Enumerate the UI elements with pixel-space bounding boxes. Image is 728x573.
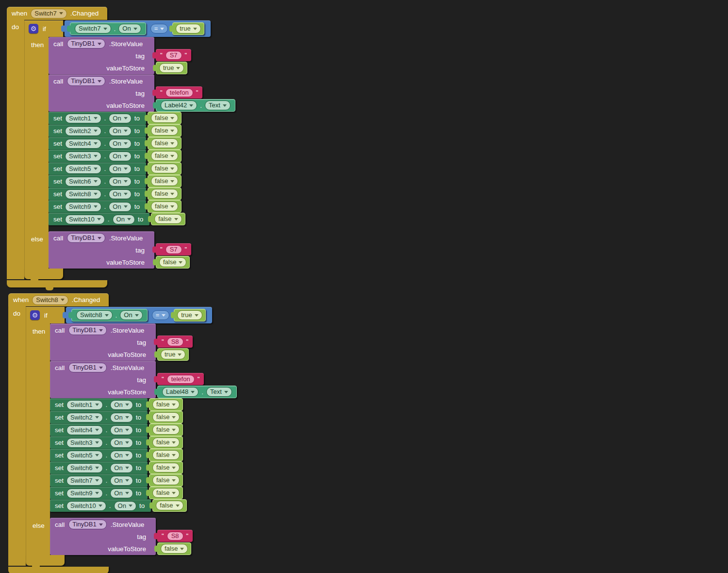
false-value-block[interactable]: false bbox=[149, 487, 183, 499]
set-block[interactable]: set Switch4 . On to bbox=[49, 137, 146, 150]
set-block[interactable]: set Switch9 . On to bbox=[49, 200, 146, 213]
string-field[interactable]: S7 bbox=[165, 245, 182, 254]
logic-dropdown[interactable]: true bbox=[161, 350, 185, 359]
string-field[interactable]: telefon bbox=[165, 88, 193, 97]
logic-dropdown[interactable]: false bbox=[152, 412, 180, 422]
false-value-block[interactable]: false bbox=[149, 449, 183, 461]
set-block[interactable]: set Switch1 . On to bbox=[50, 398, 148, 411]
false-value-block[interactable]: false bbox=[157, 542, 191, 555]
property-dropdown[interactable]: Text bbox=[206, 387, 232, 397]
db-component-dropdown[interactable]: TinyDB1 bbox=[67, 39, 105, 49]
logic-dropdown[interactable]: false bbox=[152, 475, 180, 485]
component-dropdown[interactable]: Switch5 bbox=[66, 451, 103, 460]
component-dropdown[interactable]: Switch6 bbox=[65, 177, 101, 186]
set-switch-on-row[interactable]: set Switch2 . On to false bbox=[50, 411, 183, 423]
set-switch-on-row[interactable]: set Switch9 . On to false bbox=[49, 200, 182, 213]
event-component-dropdown[interactable]: Switch8 bbox=[32, 295, 68, 305]
if-block-head[interactable]: ⚙ if bbox=[24, 20, 63, 37]
set-block[interactable]: set Switch6 . On to bbox=[50, 461, 148, 474]
set-switch-on-row[interactable]: set Switch10 . On to false bbox=[49, 213, 185, 225]
false-value-block[interactable]: false bbox=[149, 436, 183, 449]
false-value-block[interactable]: false bbox=[148, 175, 182, 187]
property-dropdown[interactable]: On bbox=[110, 451, 132, 460]
logic-dropdown[interactable]: false bbox=[154, 214, 182, 224]
logic-dropdown[interactable]: false bbox=[151, 202, 178, 211]
property-dropdown[interactable]: On bbox=[110, 400, 132, 410]
component-dropdown[interactable]: Switch6 bbox=[66, 463, 103, 473]
switch-on-getter-block[interactable]: Switch8 . On bbox=[71, 309, 148, 321]
set-block[interactable]: set Switch10 . On to bbox=[49, 213, 149, 225]
set-switch-on-row[interactable]: set Switch3 . On to false bbox=[49, 150, 182, 162]
set-switch-on-row[interactable]: set Switch6 . On to false bbox=[50, 461, 183, 474]
if-block[interactable]: ⚙ if Switch7 . On bbox=[24, 20, 211, 279]
text-string-block[interactable]: " S8 " bbox=[157, 530, 193, 542]
property-dropdown[interactable]: On bbox=[120, 310, 142, 320]
false-value-block[interactable]: false bbox=[148, 112, 182, 124]
false-value-block[interactable]: false bbox=[149, 423, 183, 436]
property-dropdown[interactable]: On bbox=[110, 425, 132, 435]
call-storevalue-block[interactable]: call TinyDB1 .StoreValue tag valueToStor… bbox=[49, 74, 154, 112]
call-storevalue-block[interactable]: call TinyDB1 .StoreValue tag valueToStor… bbox=[49, 231, 154, 269]
false-value-block[interactable]: false bbox=[148, 137, 182, 150]
component-dropdown[interactable]: Switch5 bbox=[65, 164, 101, 174]
call-storevalue-block[interactable]: call TinyDB1 .StoreValue tag valueToStor… bbox=[50, 323, 156, 361]
false-value-block[interactable]: false bbox=[148, 150, 182, 162]
logic-dropdown[interactable]: false bbox=[151, 126, 178, 135]
when-switch8-changed-block[interactable]: when Switch8 .Changed do ⚙ if Switch8 bbox=[8, 293, 212, 573]
component-dropdown[interactable]: Switch9 bbox=[66, 489, 103, 498]
label-text-getter-block[interactable]: Label42 . Text bbox=[156, 99, 235, 112]
property-dropdown[interactable]: On bbox=[109, 126, 131, 136]
property-dropdown[interactable]: On bbox=[109, 152, 131, 161]
property-dropdown[interactable]: On bbox=[109, 164, 131, 174]
property-dropdown[interactable]: On bbox=[109, 139, 131, 149]
text-string-block[interactable]: " S8 " bbox=[157, 336, 193, 348]
logic-dropdown[interactable]: true bbox=[159, 63, 184, 73]
event-header[interactable]: when Switch8 .Changed bbox=[8, 293, 109, 306]
true-value-block[interactable]: true bbox=[174, 309, 205, 321]
component-dropdown[interactable]: Switch1 bbox=[65, 114, 101, 123]
logic-dropdown[interactable]: false bbox=[152, 450, 180, 460]
logic-dropdown[interactable]: false bbox=[152, 400, 180, 409]
set-block[interactable]: set Switch8 . On to bbox=[49, 187, 146, 200]
property-dropdown[interactable]: On bbox=[109, 189, 131, 199]
component-dropdown[interactable]: Switch3 bbox=[66, 438, 103, 448]
set-block[interactable]: set Switch1 . On to bbox=[49, 112, 146, 124]
set-switch-on-row[interactable]: set Switch6 . On to false bbox=[49, 175, 182, 187]
component-dropdown[interactable]: Label48 bbox=[162, 387, 199, 397]
set-block[interactable]: set Switch5 . On to bbox=[50, 449, 148, 461]
false-value-block[interactable]: false bbox=[149, 411, 183, 423]
set-switch-on-row[interactable]: set Switch9 . On to false bbox=[50, 487, 183, 499]
string-field[interactable]: S8 bbox=[167, 532, 183, 540]
call-storevalue-block[interactable]: call TinyDB1 .StoreValue tag valueToStor… bbox=[49, 37, 154, 74]
logic-dropdown[interactable]: false bbox=[152, 438, 180, 447]
logic-dropdown[interactable]: false bbox=[152, 488, 180, 498]
component-dropdown[interactable]: Switch2 bbox=[66, 413, 103, 422]
false-value-block[interactable]: false bbox=[148, 187, 182, 200]
operator-dropdown[interactable]: = bbox=[150, 24, 168, 34]
property-dropdown[interactable]: Text bbox=[205, 101, 231, 110]
false-value-block[interactable]: false bbox=[156, 256, 190, 269]
set-block[interactable]: set Switch10 . On to bbox=[50, 499, 151, 512]
component-dropdown[interactable]: Switch10 bbox=[65, 215, 105, 224]
component-dropdown[interactable]: Switch1 bbox=[66, 400, 103, 410]
db-component-dropdown[interactable]: TinyDB1 bbox=[68, 520, 106, 529]
logic-dropdown[interactable]: false bbox=[159, 257, 186, 267]
set-switch-on-row[interactable]: set Switch1 . On to false bbox=[50, 398, 183, 411]
set-switch-on-row[interactable]: set Switch5 . On to false bbox=[50, 449, 183, 461]
property-dropdown[interactable]: On bbox=[110, 438, 132, 448]
property-dropdown[interactable]: On bbox=[114, 501, 136, 511]
set-block[interactable]: set Switch6 . On to bbox=[49, 175, 146, 187]
property-dropdown[interactable]: On bbox=[110, 463, 132, 473]
set-block[interactable]: set Switch4 . On to bbox=[50, 423, 148, 436]
switch-on-getter-block[interactable]: Switch7 . On bbox=[70, 22, 146, 35]
logic-dropdown[interactable]: false bbox=[151, 176, 178, 186]
set-block[interactable]: set Switch7 . On to bbox=[50, 474, 148, 487]
set-switch-on-row[interactable]: set Switch3 . On to false bbox=[50, 436, 183, 449]
db-component-dropdown[interactable]: TinyDB1 bbox=[67, 76, 105, 86]
call-storevalue-block[interactable]: call TinyDB1 .StoreValue tag valueToStor… bbox=[50, 518, 156, 555]
component-dropdown[interactable]: Switch7 bbox=[75, 24, 111, 34]
logic-dropdown[interactable]: false bbox=[151, 138, 178, 148]
text-string-block[interactable]: " S7 " bbox=[156, 243, 191, 255]
logic-dropdown[interactable]: false bbox=[152, 463, 180, 472]
string-field[interactable]: telefon bbox=[167, 375, 195, 384]
